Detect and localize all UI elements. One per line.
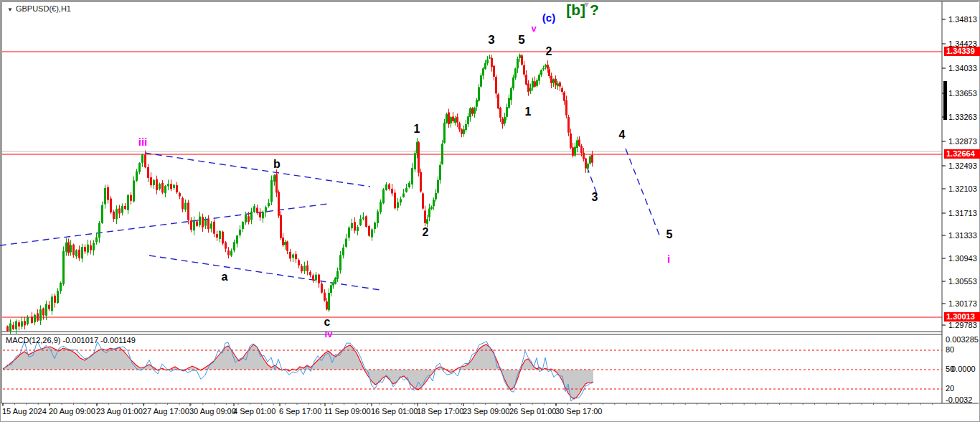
price-scale-bar[interactable]: [943, 81, 947, 120]
macd-histogram-fill: [3, 344, 593, 399]
time-axis-label: 6 Sep 17:00: [279, 407, 321, 416]
time-axis-label: 27 Aug 17:00: [143, 407, 189, 416]
wave-label: 5: [518, 34, 524, 46]
time-axis-label: 26 Sep 01:00: [509, 407, 556, 416]
time-axis-label: 4 Sep 01:00: [233, 407, 275, 416]
chart-canvas[interactable]: [0, 0, 980, 422]
macd-axis-label: 80: [946, 345, 954, 354]
time-axis-label: 30 Aug 09:00: [189, 407, 236, 416]
wave-label: v: [531, 24, 536, 33]
symbol-dropdown-icon[interactable]: ▼: [7, 6, 13, 13]
macd-axis-label: 0.003285: [946, 335, 979, 344]
price-tick-label: 1.32103: [948, 184, 977, 193]
wave-label: 3: [592, 192, 598, 203]
time-axis-label: 30 Sep 17:00: [555, 407, 602, 416]
price-tick-label: 1.30943: [948, 254, 977, 263]
wave-label: c: [324, 316, 331, 328]
price-tick-label: 1.32493: [948, 161, 977, 170]
wave-label: 2: [546, 46, 552, 57]
price-tick-label: 1.34813: [948, 15, 977, 24]
symbol-label-text: GBPUSD(€),H1: [16, 4, 71, 13]
macd-indicator-label: MACD(12,26,9) -0.001017 -0.001149: [6, 336, 136, 344]
price-tick-label: 1.30173: [948, 299, 977, 308]
trendline[interactable]: [145, 153, 370, 187]
chart-shift-marker-icon[interactable]: ▼: [583, 0, 590, 9]
time-axis-label: 15 Aug 2024: [2, 407, 47, 416]
price-tick-label: 1.31333: [948, 231, 977, 240]
time-axis-label: 23 Aug 01:00: [96, 407, 143, 416]
price-tick-label: 1.30553: [948, 277, 977, 286]
wave-label: 3: [488, 34, 494, 46]
price-tick-label: 1.34033: [948, 64, 977, 72]
price-tick-label: 1.33653: [948, 89, 977, 98]
wave-label: 2: [423, 227, 429, 238]
price-line-badge: 1.34339: [944, 47, 980, 56]
wave-label: 5: [666, 229, 673, 240]
price-tick-label: 1.32873: [948, 137, 977, 146]
trendline[interactable]: [626, 149, 660, 237]
macd-axis-label: 0.0000: [951, 365, 976, 373]
wave-label: (c): [542, 12, 555, 23]
price-line-badge: 1.30013: [944, 312, 980, 322]
wave-label: iv: [325, 329, 333, 339]
time-axis-label: 18 Sep 17:00: [417, 407, 463, 416]
time-axis-label: 23 Sep 09:00: [463, 407, 509, 416]
candlestick-series: [6, 53, 593, 334]
time-axis-label: 11 Sep 09:00: [324, 407, 371, 416]
price-line-badge: 1.32664: [944, 149, 980, 159]
symbol-selector[interactable]: ▼GBPUSD(€),H1: [7, 4, 71, 13]
wave-label: 1: [525, 106, 532, 118]
price-tick-label: 1.33263: [948, 113, 977, 121]
time-axis-label: 16 Sep 01:00: [371, 407, 418, 416]
wave-label: 4: [619, 129, 626, 141]
trendline[interactable]: [149, 255, 380, 290]
wave-label: a: [222, 271, 228, 283]
wave-label: 1: [414, 123, 420, 135]
wave-label: iii: [138, 136, 148, 147]
wave-label: i: [667, 253, 670, 264]
price-tick-label: 1.29783: [948, 321, 977, 329]
macd-axis-label: 20: [946, 384, 954, 393]
wave-label: b: [273, 159, 281, 170]
price-tick-label: 1.31713: [948, 209, 977, 217]
macd-axis-label: -0.0032: [946, 395, 972, 404]
time-axis-label: 20 Aug 09:00: [49, 407, 95, 416]
